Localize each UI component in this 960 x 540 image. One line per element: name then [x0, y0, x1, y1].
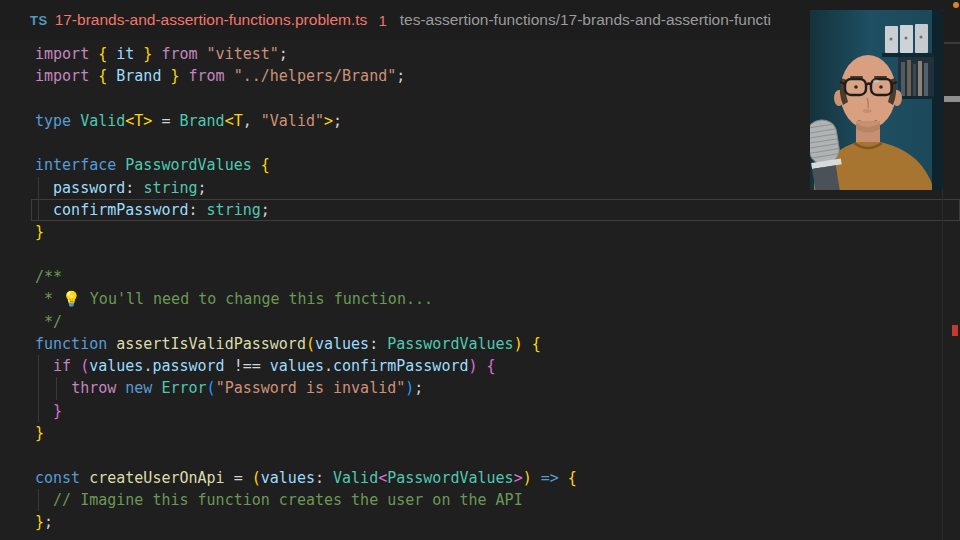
code-line-current[interactable]: confirmPassword: string; — [0, 199, 960, 221]
code-token: Error — [161, 379, 206, 397]
code-token: throw — [71, 379, 125, 397]
code-token: ; — [279, 45, 288, 63]
code-token: : — [125, 179, 143, 197]
typescript-file-icon: TS — [30, 13, 48, 28]
code-token: !== — [225, 357, 270, 375]
tab-filename: 17-brands-and-assertion-functions.proble… — [55, 11, 368, 29]
active-tab[interactable]: TS 17-brands-and-assertion-functions.pro… — [30, 11, 387, 29]
code-token: values — [315, 335, 369, 353]
code-token: } — [134, 45, 161, 63]
code-line[interactable]: /** — [0, 266, 960, 288]
code-token: from — [161, 45, 206, 63]
code-token: PasswordValues — [387, 469, 513, 487]
code-token: ; — [261, 201, 270, 219]
code-line[interactable]: function assertIsValidPassword(values: P… — [0, 333, 960, 355]
code-line[interactable]: } — [0, 221, 960, 243]
code-line[interactable]: */ — [0, 311, 960, 333]
code-token: "Password is invalid" — [216, 379, 406, 397]
code-line[interactable] — [0, 444, 960, 466]
code-token: { — [98, 67, 116, 85]
code-line[interactable] — [0, 244, 960, 266]
code-token: interface — [35, 156, 125, 174]
code-token: ( — [207, 379, 216, 397]
overview-ruler-cursor-mark — [944, 96, 960, 102]
code-token: confirmPassword — [53, 201, 188, 219]
indent-guide — [38, 355, 39, 377]
code-token: Valid — [80, 112, 125, 130]
code-token: ) — [405, 379, 414, 397]
code-token: < — [378, 469, 387, 487]
code-token: from — [189, 67, 234, 85]
code-token: import — [35, 67, 98, 85]
indent-guide — [38, 400, 39, 422]
webcam-overlay — [810, 10, 943, 190]
overview-ruler[interactable] — [942, 0, 960, 540]
code-token: /** — [35, 268, 62, 286]
code-token: ) — [523, 469, 532, 487]
code-token: Brand — [180, 112, 225, 130]
code-token: PasswordValues — [387, 335, 513, 353]
code-token: 💡 — [62, 290, 81, 308]
code-token: string — [207, 201, 261, 219]
code-token: } — [35, 223, 44, 241]
code-token: if — [53, 357, 80, 375]
code-token: . — [324, 357, 333, 375]
code-token: : — [189, 201, 207, 219]
code-token: } — [35, 424, 44, 442]
code-line[interactable]: * 💡 You'll need to change this function.… — [0, 288, 960, 310]
code-token: new — [125, 379, 161, 397]
code-token: string — [143, 179, 197, 197]
code-line[interactable]: const createUserOnApi = (values: Valid<P… — [0, 467, 960, 489]
recording-indicator-dot — [953, 2, 959, 8]
presenter-webcam-image — [810, 10, 943, 190]
code-token: <T> — [125, 112, 152, 130]
indent-guide — [38, 377, 39, 399]
code-token: ( — [252, 469, 261, 487]
code-token: > — [324, 112, 333, 130]
code-token: } — [53, 402, 62, 420]
code-token: function — [35, 335, 116, 353]
overview-ruler-error-mark — [952, 325, 958, 336]
code-token: values — [261, 469, 315, 487]
code-token: ( — [306, 335, 315, 353]
code-line[interactable]: throw new Error("Password is invalid"); — [0, 377, 960, 399]
code-line[interactable]: // Imagine this function creates the use… — [0, 489, 960, 511]
code-token: values — [270, 357, 324, 375]
indent-guide — [38, 199, 39, 221]
code-token: assertIsValidPassword — [116, 335, 306, 353]
code-token: values — [89, 357, 143, 375]
code-token: } — [161, 67, 188, 85]
vscode-window: TS 17-brands-and-assertion-functions.pro… — [0, 0, 960, 540]
code-line[interactable]: } — [0, 422, 960, 444]
code-token: > — [514, 469, 523, 487]
code-token: PasswordValues — [125, 156, 260, 174]
code-token: ; — [414, 379, 423, 397]
tab-error-badge: 1 — [378, 12, 386, 29]
code-token: { — [568, 469, 577, 487]
code-token: ; — [396, 67, 405, 85]
code-token: password — [152, 357, 224, 375]
indent-guide — [38, 177, 39, 199]
code-token: ( — [80, 357, 89, 375]
code-token: Valid — [333, 469, 378, 487]
code-token: ) { — [514, 335, 541, 353]
code-token: } — [35, 513, 44, 531]
code-line[interactable]: if (values.password !== values.confirmPa… — [0, 355, 960, 377]
code-token: : — [369, 335, 387, 353]
code-token: import — [35, 45, 98, 63]
code-token: { — [98, 45, 116, 63]
breadcrumb-path[interactable]: tes-assertion-functions/17-brands-and-as… — [400, 11, 771, 29]
code-line[interactable]: } — [0, 400, 960, 422]
code-token: confirmPassword — [333, 357, 468, 375]
code-token: password — [53, 179, 125, 197]
code-line[interactable]: }; — [0, 511, 960, 533]
code-token: * — [35, 290, 62, 308]
overview-ruler-separator-mark — [944, 42, 960, 44]
code-token: ) { — [469, 357, 496, 375]
code-token: createUserOnApi — [89, 469, 224, 487]
code-token: <T — [225, 112, 243, 130]
code-token — [35, 379, 71, 397]
code-token: = — [152, 112, 179, 130]
code-token: ; — [198, 179, 207, 197]
code-token: : — [315, 469, 333, 487]
